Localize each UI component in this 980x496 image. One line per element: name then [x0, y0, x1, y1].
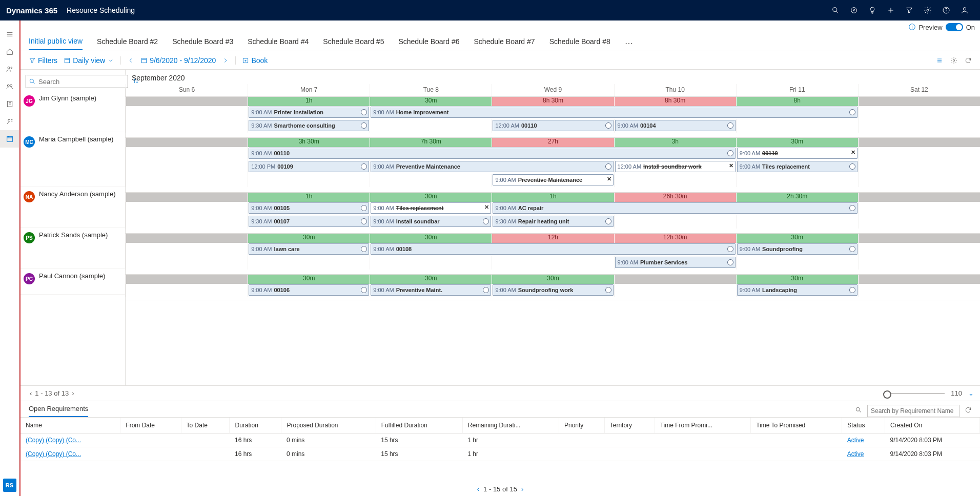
refresh-icon[interactable] — [965, 406, 972, 415]
app-switcher-button[interactable]: RS — [3, 479, 16, 492]
booking-item[interactable]: 9:00 AMTiles replacement✕ — [371, 202, 491, 214]
person-icon[interactable] — [955, 0, 974, 20]
tab-open-requirements[interactable]: Open Requirements — [29, 405, 88, 417]
calendar-icon[interactable] — [0, 130, 19, 148]
book-button[interactable]: Book — [242, 56, 268, 65]
booking-item[interactable]: 9:00 AMPreventive Maintenance — [371, 161, 613, 172]
chevron-down-icon[interactable]: ⌄ — [968, 389, 974, 397]
assistant-icon[interactable] — [845, 0, 863, 20]
booking-item[interactable]: 9:00 AMLandscaping — [737, 284, 858, 296]
team-icon[interactable] — [0, 78, 19, 95]
column-header[interactable]: Status — [842, 418, 885, 433]
booking-item[interactable]: 9:00 AMTiles replacement — [737, 161, 858, 172]
pager-next-button[interactable]: › — [69, 389, 77, 397]
home-icon[interactable] — [0, 43, 19, 60]
column-header[interactable]: Remaining Durati... — [462, 418, 559, 433]
booking-item[interactable]: 9:00 AM00105 — [249, 202, 369, 214]
people-icon[interactable] — [0, 60, 19, 78]
booking-item[interactable]: 9:30 AMRepair heating unit — [493, 216, 613, 227]
column-header[interactable]: Time To Promised — [751, 418, 842, 433]
column-header[interactable]: Proposed Duration — [281, 418, 376, 433]
booking-item[interactable]: 9:00 AMPrinter Installation — [249, 107, 369, 118]
search-icon[interactable] — [855, 406, 862, 415]
booking-item[interactable]: 9:00 AM00106 — [249, 284, 369, 296]
next-range-button[interactable] — [222, 57, 229, 64]
timeline[interactable]: September 2020 Sun 6Mon 7Tue 8Wed 9Thu 1… — [126, 70, 980, 385]
booking-time: 9:00 AM — [740, 246, 760, 252]
booking-item[interactable]: 9:00 AMHome Improvement — [371, 107, 858, 118]
resource-row[interactable]: MCMaria Campbell (sample) — [21, 132, 125, 187]
booking-item[interactable]: 9:00 AMSoundproofing — [737, 243, 858, 255]
booking-item[interactable]: 9:00 AMPreventive Maint. — [371, 284, 491, 296]
preview-toggle[interactable] — [946, 23, 963, 31]
status-icon — [483, 218, 489, 224]
column-header[interactable]: From Date — [120, 418, 181, 433]
tab-board-6[interactable]: Schedule Board #7 — [474, 37, 535, 50]
pager-prev-button[interactable]: ‹ — [27, 389, 35, 397]
booking-item[interactable]: 9:30 AM00107 — [249, 216, 369, 227]
list-icon[interactable] — [936, 57, 943, 64]
column-header[interactable]: Time From Promi... — [655, 418, 751, 433]
help-icon[interactable] — [937, 0, 955, 20]
booking-item[interactable]: 9:30 AMSmarthome consulting — [249, 120, 369, 131]
booking-item[interactable]: 9:00 AMPreventive Maintenance✕ — [493, 174, 613, 185]
booking-item[interactable]: 9:00 AM00110✕ — [737, 148, 858, 159]
req-next-button[interactable]: › — [521, 485, 523, 493]
refresh-icon[interactable] — [965, 57, 972, 64]
org-icon[interactable] — [0, 95, 19, 113]
column-header[interactable]: Duration — [230, 418, 281, 433]
booking-item[interactable]: 9:00 AM00104 — [615, 120, 736, 131]
tab-board-1[interactable]: Schedule Board #2 — [97, 37, 158, 50]
resource-track: 30m30m30m30m9:00 AM001069:00 AMPreventiv… — [126, 275, 980, 300]
tab-board-7[interactable]: Schedule Board #8 — [549, 37, 610, 50]
column-header[interactable]: Priority — [559, 418, 605, 433]
prev-range-button[interactable] — [127, 57, 134, 64]
resource-row[interactable]: PSPatrick Sands (sample) — [21, 228, 125, 269]
menu-icon[interactable] — [0, 26, 19, 43]
column-header[interactable]: Name — [21, 418, 120, 433]
tab-board-4[interactable]: Schedule Board #5 — [323, 37, 384, 50]
resource-row[interactable]: NANancy Anderson (sample) — [21, 187, 125, 228]
column-header[interactable]: Territory — [604, 418, 655, 433]
req-prev-button[interactable]: ‹ — [477, 485, 479, 493]
table-row[interactable]: (Copy) (Copy) (Co...16 hrs0 mins15 hrs1 … — [21, 433, 980, 447]
booking-title: Printer Installation — [274, 109, 324, 115]
search-icon[interactable] — [826, 0, 845, 20]
contact-icon[interactable] — [0, 113, 19, 130]
booking-item[interactable]: 9:00 AMAC repair — [493, 202, 857, 214]
capacity-cell: 30m — [492, 275, 614, 284]
column-header[interactable]: Created On — [885, 418, 980, 433]
booking-item[interactable]: 12:00 AM00110 — [493, 120, 613, 131]
resource-row[interactable]: JGJim Glynn (sample) — [21, 91, 125, 132]
resource-search-input[interactable] — [26, 75, 128, 88]
resource-row[interactable]: PCPaul Cannon (sample) — [21, 269, 125, 295]
booking-item[interactable]: 12:00 PM00109 — [249, 161, 369, 172]
booking-item[interactable]: 12:00 AMInstall soundbar work✕ — [615, 161, 736, 172]
column-header[interactable]: To Date — [181, 418, 230, 433]
gear-icon[interactable] — [918, 0, 937, 20]
filters-button[interactable]: Filters — [29, 56, 57, 65]
svg-point-7 — [946, 12, 947, 12]
settings-icon[interactable] — [950, 57, 957, 64]
zoom-slider[interactable] — [883, 393, 945, 394]
booking-item[interactable]: 9:00 AMInstall soundbar — [371, 216, 491, 227]
more-tabs-button[interactable]: ⋯ — [625, 38, 633, 48]
resource-pager: ‹ 1 - 13 of 13 › 110 ⌄ — [21, 385, 980, 401]
tab-board-3[interactable]: Schedule Board #4 — [248, 37, 309, 50]
booking-item[interactable]: 9:00 AM00108 — [371, 243, 735, 255]
booking-item[interactable]: 9:00 AMPlumber Services — [615, 257, 736, 268]
lightbulb-icon[interactable] — [863, 0, 882, 20]
tab-board-0[interactable]: Initial public view — [29, 37, 83, 50]
table-row[interactable]: (Copy) (Copy) (Co...16 hrs0 mins15 hrs1 … — [21, 447, 980, 461]
tab-board-5[interactable]: Schedule Board #6 — [398, 37, 459, 50]
booking-item[interactable]: 9:00 AMlawn care — [249, 243, 369, 255]
booking-item[interactable]: 9:00 AMSoundproofing work — [493, 284, 613, 296]
view-dropdown[interactable]: Daily view — [64, 56, 114, 65]
filter-icon[interactable] — [900, 0, 918, 20]
date-range-button[interactable]: 9/6/2020 - 9/12/2020 — [140, 56, 216, 65]
tab-board-2[interactable]: Schedule Board #3 — [172, 37, 233, 50]
plus-icon[interactable] — [882, 0, 900, 20]
booking-item[interactable]: 9:00 AM00110 — [249, 148, 736, 159]
requirement-search-input[interactable] — [867, 405, 959, 417]
column-header[interactable]: Fulfilled Duration — [376, 418, 462, 433]
